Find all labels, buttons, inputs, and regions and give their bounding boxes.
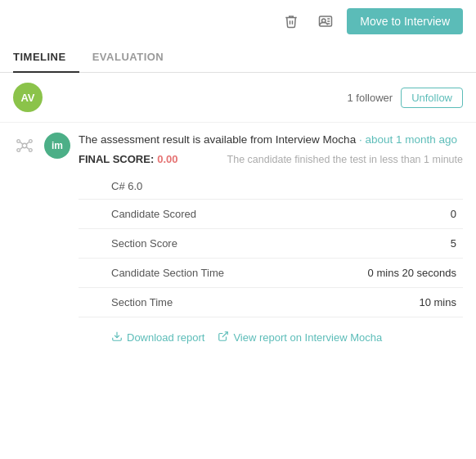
svg-point-6	[29, 149, 33, 152]
section-title: C# 6.0	[79, 173, 463, 200]
score-line: FINAL SCORE: 0.00 The candidate finished…	[79, 153, 463, 165]
follower-info: 1 follower Unfollow	[348, 88, 464, 108]
assessment-event-row: im The assessment result is available fr…	[13, 133, 463, 358]
tab-timeline[interactable]: TIMELINE	[13, 43, 79, 73]
download-report-label: Download report	[127, 331, 204, 344]
svg-point-4	[29, 140, 33, 143]
cluster-icon	[13, 134, 36, 157]
follower-row: AV 1 follower Unfollow	[0, 73, 476, 123]
assessment-detail: C# 6.0 Candidate Scored 0 Section Score …	[79, 173, 463, 317]
table-row: Section Score 5	[79, 229, 463, 259]
download-icon	[111, 331, 123, 344]
table-row: Candidate Scored 0	[79, 200, 463, 229]
row-label-section-score: Section Score	[111, 237, 177, 250]
view-report-label: View report on Interview Mocha	[233, 331, 382, 344]
timeline-content: im The assessment result is available fr…	[0, 123, 476, 374]
event-time-ago: · about 1 month ago	[359, 133, 457, 146]
table-row: Candidate Section Time 0 mins 20 seconds	[79, 259, 463, 288]
svg-line-10	[26, 146, 29, 149]
delete-icon[interactable]	[278, 8, 304, 34]
person-card-icon[interactable]	[312, 8, 339, 34]
row-label-candidate-section-time: Candidate Section Time	[111, 267, 224, 279]
final-score-value: 0.00	[157, 153, 177, 165]
footer-links: Download report View report on Interview…	[79, 317, 463, 358]
follower-count: 1 follower	[348, 92, 393, 104]
unfollow-button[interactable]: Unfollow	[401, 88, 463, 108]
final-score-label: FINAL SCORE:	[79, 153, 154, 165]
row-label-candidate-scored: Candidate Scored	[111, 208, 196, 220]
tab-evaluation[interactable]: EVALUATION	[92, 43, 177, 72]
top-toolbar: Move to Interview	[0, 0, 476, 43]
row-value-candidate-scored: 0	[451, 208, 456, 220]
download-report-link[interactable]: Download report	[111, 331, 204, 344]
interview-mocha-logo: im	[44, 133, 70, 159]
event-title: The assessment result is available from …	[79, 133, 463, 148]
row-label-section-time: Section Time	[111, 296, 173, 308]
view-report-link[interactable]: View report on Interview Mocha	[218, 331, 382, 344]
svg-point-3	[17, 140, 20, 143]
table-row: Section Time 10 mins	[79, 288, 463, 317]
svg-point-5	[17, 149, 20, 152]
event-body: The assessment result is available from …	[79, 133, 463, 358]
row-value-candidate-section-time: 0 mins 20 seconds	[368, 267, 456, 279]
row-value-section-time: 10 mins	[419, 296, 456, 308]
external-link-icon	[218, 331, 229, 344]
svg-line-7	[20, 142, 24, 144]
move-to-interview-button[interactable]: Move to Interview	[347, 8, 463, 34]
tabs-bar: TIMELINE EVALUATION	[0, 43, 476, 73]
svg-line-12	[222, 332, 227, 337]
svg-line-8	[26, 142, 29, 144]
row-value-section-score: 5	[451, 237, 456, 250]
score-description: The candidate finished the test in less …	[182, 154, 463, 165]
svg-line-9	[20, 146, 24, 149]
event-title-text: The assessment result is available from …	[79, 133, 356, 146]
avatar: AV	[13, 83, 43, 112]
